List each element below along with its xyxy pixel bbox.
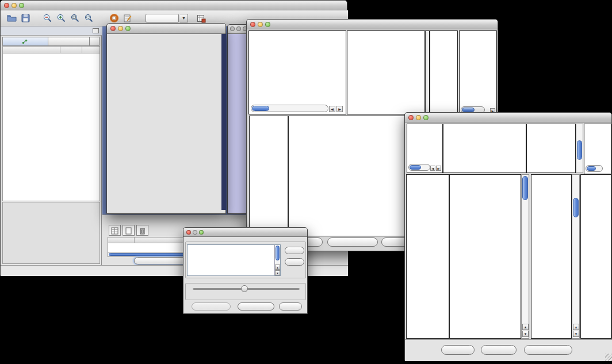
- tv1-heatmap-canvas[interactable]: [289, 116, 420, 236]
- tv1-row-dendrogram[interactable]: [249, 116, 288, 236]
- delete-attribute-trash-icon[interactable]: [136, 225, 148, 236]
- new-attribute-icon[interactable]: [123, 225, 135, 236]
- scroll-right-arrow[interactable]: ▶: [436, 166, 441, 171]
- main-titlebar[interactable]: [1, 1, 347, 10]
- tv1-status-scrollbar[interactable]: [251, 105, 328, 112]
- scroll-down-arrow[interactable]: ▼: [573, 331, 579, 337]
- id-column-header: [108, 237, 135, 243]
- col-edges: [82, 47, 100, 53]
- search-input[interactable]: [146, 14, 179, 22]
- zoom-in-icon[interactable]: [55, 12, 67, 25]
- minimize-icon[interactable]: [118, 26, 123, 31]
- close-icon[interactable]: [408, 115, 414, 120]
- scroll-left-arrow[interactable]: ◀: [430, 166, 435, 171]
- zoom-selected-icon[interactable]: [82, 12, 95, 25]
- select-attributes-icon[interactable]: [109, 225, 121, 236]
- network-window-titlebar[interactable]: [107, 24, 225, 34]
- tv1-mini-scroll[interactable]: [425, 30, 430, 114]
- move-attribute-down-button[interactable]: [285, 258, 304, 266]
- dialog-titlebar[interactable]: [183, 228, 307, 237]
- create-vizmap-button[interactable]: [238, 302, 274, 311]
- tv2-gene-labels: [580, 174, 611, 339]
- scroll-down-arrow[interactable]: ▼: [275, 270, 280, 275]
- attribute-list-scrollbar[interactable]: ▲ ▼: [274, 245, 280, 275]
- tv2-column-labels: [526, 124, 576, 173]
- tv2-button-bar: [405, 339, 612, 361]
- tv1-column-dendrogram[interactable]: [347, 30, 425, 114]
- window-controls[interactable]: [4, 3, 24, 8]
- tv2-heatmap-vscrollbar[interactable]: ▲ ▼: [521, 174, 529, 339]
- tv2-export-graphics-button[interactable]: [524, 345, 572, 355]
- tv1-column-labels: [430, 30, 458, 114]
- tab-network[interactable]: [2, 37, 48, 46]
- scroll-left-arrow[interactable]: ◀: [329, 106, 335, 112]
- treeview2-titlebar[interactable]: [405, 113, 611, 122]
- close-icon[interactable]: [230, 26, 235, 31]
- scroll-right-arrow[interactable]: ▶: [336, 106, 343, 112]
- treeview-combined-window[interactable]: ◀ ▶ ▲ ▼ ▲ ▼: [404, 112, 612, 361]
- tv1-row-tree-canvas[interactable]: [250, 116, 288, 236]
- map-colors-dialog[interactable]: ▲ ▼: [183, 227, 308, 314]
- minimize-icon[interactable]: [236, 26, 241, 31]
- close-icon[interactable]: [186, 230, 191, 235]
- zoom-fit-icon[interactable]: [68, 12, 81, 25]
- tv2-settings-button[interactable]: [441, 345, 475, 355]
- tv2-row-tree-canvas[interactable]: [407, 175, 449, 338]
- treeview1-titlebar[interactable]: [247, 20, 498, 29]
- scroll-up-arrow[interactable]: ▲: [275, 265, 280, 270]
- network-view-window[interactable]: [106, 23, 226, 214]
- tv2-row-dendrogram[interactable]: [406, 174, 449, 339]
- zoom-out-icon[interactable]: [41, 12, 53, 25]
- network-table-header[interactable]: [3, 47, 100, 53]
- overview-canvas[interactable]: [3, 205, 100, 263]
- minimize-icon[interactable]: [12, 3, 17, 8]
- tv2-usage-hints-panel: [584, 124, 611, 174]
- scroll-down-arrow[interactable]: ▼: [522, 331, 529, 337]
- open-file-button[interactable]: [5, 12, 18, 25]
- tv2-status-scrollbar[interactable]: [408, 164, 430, 171]
- close-icon[interactable]: [4, 3, 9, 8]
- tv2-column-tree-area[interactable]: [443, 124, 526, 173]
- tv1-usage-hints-text: [460, 32, 496, 33]
- tv1-column-tree-canvas[interactable]: [347, 31, 424, 114]
- zoom-window-icon[interactable]: [19, 3, 24, 8]
- tv2-save-data-button[interactable]: [481, 345, 517, 355]
- save-button[interactable]: [19, 12, 32, 25]
- resize-grip[interactable]: [605, 354, 612, 361]
- tv2-collabel-scrollbar[interactable]: [576, 124, 583, 173]
- tv2-zoom-heatmap[interactable]: [531, 174, 572, 339]
- done-button[interactable]: [279, 302, 302, 311]
- tab-vizmapper[interactable]: [48, 37, 90, 46]
- network-overview-panel[interactable]: [2, 202, 100, 264]
- minimize-icon[interactable]: [416, 115, 421, 120]
- network-canvas[interactable]: [108, 34, 221, 210]
- tab-overflow-arrow[interactable]: [90, 37, 100, 46]
- tv2-hints-scrollbar[interactable]: [586, 165, 603, 172]
- minimize-icon[interactable]: [258, 22, 263, 27]
- animate-vizmap-button[interactable]: [192, 302, 231, 311]
- network-list: [2, 46, 100, 201]
- dense-window-titlebar[interactable]: [228, 25, 248, 34]
- float-panel-icon[interactable]: [93, 28, 99, 33]
- attribute-listbox[interactable]: ▲ ▼: [187, 244, 281, 276]
- zoom-window-icon[interactable]: [199, 230, 204, 235]
- zoom-window-icon[interactable]: [265, 22, 270, 27]
- network-window-edge: [221, 34, 226, 210]
- col-network: [3, 47, 60, 53]
- scroll-up-arrow[interactable]: ▲: [573, 324, 579, 330]
- tv2-heatmap[interactable]: [449, 174, 521, 339]
- tv2-heatmap-canvas[interactable]: [450, 175, 521, 338]
- animation-speed-slider-thumb[interactable]: [241, 285, 248, 292]
- close-icon[interactable]: [110, 26, 116, 31]
- tv1-heatmap[interactable]: [288, 116, 420, 236]
- minimize-icon[interactable]: [193, 230, 197, 235]
- tv2-zoom-canvas[interactable]: [531, 175, 571, 338]
- close-icon[interactable]: [250, 22, 255, 27]
- zoom-window-icon[interactable]: [423, 115, 429, 120]
- search-dropdown-arrow[interactable]: ▼: [180, 14, 188, 22]
- move-attribute-up-button[interactable]: [285, 247, 304, 254]
- scroll-up-arrow[interactable]: ▲: [522, 324, 529, 330]
- tv2-gene-vscrollbar[interactable]: ▲ ▼: [572, 174, 580, 339]
- tv1-export-graphics-button[interactable]: [327, 237, 378, 247]
- zoom-window-icon[interactable]: [125, 26, 131, 31]
